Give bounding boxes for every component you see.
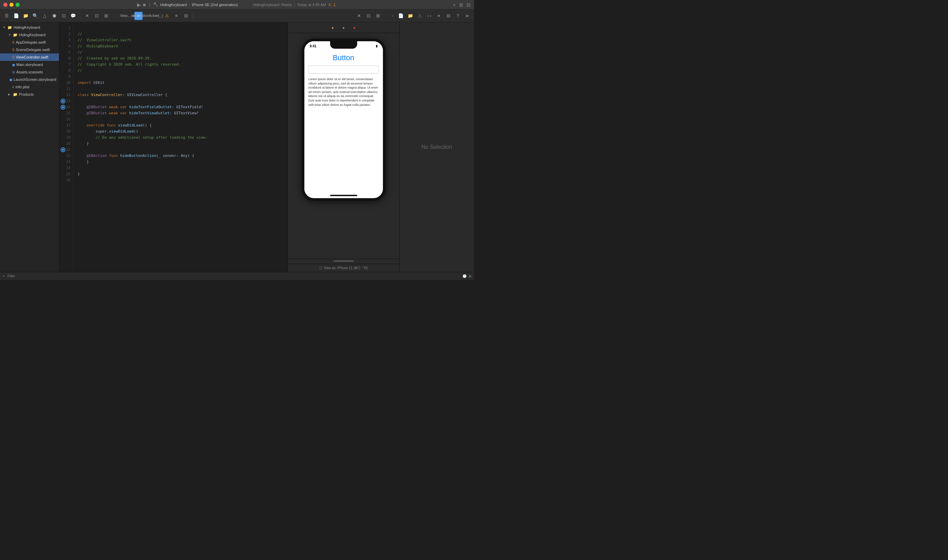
assets-icon: ⊞ (12, 70, 15, 74)
preview-panel: ● ● ● 9:41 ▮ Button Lorem ipsum dolor si… (288, 22, 400, 272)
split-icon[interactable]: ⊞ (459, 2, 463, 8)
preview-icon-3[interactable]: ● (351, 25, 358, 31)
chevron-down-icon-2: ▼ (8, 33, 11, 37)
chevron-down-icon: ▼ (3, 26, 6, 29)
storyboard-icon-2: ◼ (9, 78, 12, 82)
inspector-folder-icon[interactable]: 📁 (406, 12, 414, 20)
sidebar-item-hidingkeyboard-folder[interactable]: ▼ 📁 HidingKeyboard (0, 31, 59, 38)
close-button[interactable] (3, 3, 8, 7)
sidebar-item-viewcontroller[interactable]: S ViewController.swift (0, 54, 59, 61)
expand-editor-icon[interactable]: ⊡ (93, 12, 100, 20)
iphone-button-label[interactable]: Button (309, 54, 379, 62)
breakpoint-dot-13[interactable] (60, 99, 65, 103)
folder-icon[interactable]: 📁 (22, 12, 30, 20)
iphone-battery: ▮ (376, 44, 378, 48)
comment-icon[interactable]: 💬 (69, 12, 77, 20)
lines-icon[interactable]: ≡ (172, 12, 181, 20)
add-tab-icon[interactable]: + (453, 2, 456, 8)
view-as-checkbox[interactable]: ☐ (319, 266, 322, 270)
inspector-panel: No Selection (400, 22, 474, 272)
plist-icon: ≡ (12, 85, 14, 89)
sidebar-item-scenedelegate[interactable]: S SceneDelegate.swift (0, 46, 59, 54)
help-icon[interactable]: ? (454, 12, 462, 20)
preview-icon-2[interactable]: ● (340, 25, 347, 31)
clock-icon: 🕐 (463, 274, 466, 278)
code-area[interactable]: // // ViewController.swift // HidingKeyb… (74, 22, 287, 272)
bookmark-icon[interactable]: ⬟ (50, 12, 58, 20)
inspector-warning-icon[interactable]: ⚠ (416, 12, 424, 20)
sidebar-item-products[interactable]: ▶ 📁 Products (0, 91, 59, 98)
sidebar-item-assets[interactable]: ⊞ Assets.xcassets (0, 68, 59, 76)
sidebar-infoplist-label: Info.plist (15, 85, 29, 89)
storyboard-icon: ◼ (12, 63, 15, 67)
tile-icon[interactable]: ⊟ (466, 2, 471, 8)
grid-icon[interactable]: ⊞ (102, 12, 110, 20)
grid-bottom-icon[interactable]: ⊞ (469, 274, 471, 278)
preview-toolbar: ● ● ● (288, 22, 399, 33)
inspector-right-icon[interactable]: ⊳ (463, 12, 471, 20)
nav-back-icon[interactable]: ‹ (111, 13, 117, 18)
search-icon[interactable]: 🔍 (31, 12, 39, 20)
bottom-bar: + Filter 🕐 ⊞ (0, 272, 474, 280)
swift-file-icon-2: S (12, 48, 15, 52)
breakpoint-dot-21[interactable] (60, 148, 65, 152)
minimize-button[interactable] (9, 3, 14, 7)
preview-icon-1[interactable]: ● (329, 25, 336, 31)
sidebar-products-label: Products (19, 92, 34, 96)
editor-content: 1 2 3 4 5 6 7 8 9 10 11 12 13 14 (59, 22, 287, 272)
inspector-back-icon[interactable]: ‹ (383, 13, 389, 18)
inspector-close-icon[interactable]: ✕ (355, 12, 363, 20)
breakpoint-dot-14[interactable] (60, 105, 65, 109)
add-file-icon[interactable]: + (3, 274, 5, 278)
inspector-file-icon[interactable]: 📄 (397, 12, 405, 20)
status-text: HidingKeyboard: Ready (253, 3, 292, 7)
sidebar-viewcontroller-label: ViewController.swift (16, 55, 48, 59)
sidebar-toggle-icon[interactable]: ☰ (3, 12, 11, 20)
preview-scrollbar[interactable] (333, 260, 354, 262)
code-editor: 1 2 3 4 5 6 7 8 9 10 11 12 13 14 (59, 22, 288, 272)
warning-count: 1 (333, 3, 335, 7)
file-breadcrumb-icon[interactable]: View....swift (125, 12, 133, 20)
title-bar-actions: + ⊞ ⊟ (453, 2, 471, 8)
swift-file-icon: S (12, 41, 15, 44)
iphone-textfield[interactable] (309, 66, 379, 74)
toolbar: ☰ 📄 📁 🔍 △ ⬟ ⊡ 💬 ✕ ⊡ ⊞ ‹ › View....swift … (0, 9, 474, 22)
chevron-right-icon: ▶ (8, 93, 11, 96)
inspector-panel-icon[interactable]: ⊟ (444, 12, 452, 20)
sidebar-item-project[interactable]: ▼ 📁 HidingKeyboard (0, 24, 59, 31)
hide-icon[interactable]: ⊡ (60, 12, 68, 20)
iphone-lorem-text: Lorem ipsum dolor sit er elit lamet, con… (309, 77, 379, 107)
sidebar-item-appdelegate[interactable]: S AppDelegate.swift (0, 38, 59, 46)
inspector-grid-icon[interactable]: ⊞ (374, 12, 382, 20)
view-as-label: View as: iPhone 11 (⌘C ⌃R) (324, 266, 368, 270)
traffic-lights (3, 3, 20, 7)
warning-icon-toolbar[interactable]: ⚠ (163, 12, 171, 20)
iphone-screen: Button Lorem ipsum dolor sit er elit lam… (304, 51, 383, 191)
adjust-icon[interactable]: ⊟ (182, 12, 190, 20)
sidebar-item-infoplist[interactable]: ≡ Info.plist (0, 83, 59, 91)
inspector-expand-icon[interactable]: ⊡ (364, 12, 372, 20)
file-new-icon[interactable]: 📄 (12, 12, 20, 20)
stop-button[interactable]: ■ (143, 2, 145, 8)
inspector-nav-icon[interactable]: ‹ › (425, 12, 433, 20)
preview-bottom-bar: ☐ View as: iPhone 11 (⌘C ⌃R) (288, 264, 399, 272)
inspector-forward-icon[interactable]: › (390, 13, 395, 18)
close-editor-icon[interactable]: ✕ (83, 12, 91, 20)
nav-arrows-icon[interactable]: ‹ › (153, 12, 162, 20)
sidebar-item-launchscreen[interactable]: ◼ LaunchScreen.storyboard (0, 76, 59, 83)
sidebar-assets-label: Assets.xcassets (16, 70, 43, 74)
preview-content: 9:41 ▮ Button Lorem ipsum dolor sit er e… (288, 33, 399, 259)
run-button[interactable]: ▶ (137, 2, 141, 8)
warning-tool-icon[interactable]: △ (41, 12, 49, 20)
products-folder-icon: 📁 (13, 92, 18, 97)
toolbar-left: ☰ 📄 📁 🔍 △ ⬟ ⊡ 💬 (3, 12, 77, 20)
line-numbers: 1 2 3 4 5 6 7 8 9 10 11 12 13 14 (59, 22, 74, 272)
method-name[interactable]: hideButtonAction(_:) (144, 12, 152, 20)
filter-label[interactable]: Filter (8, 274, 15, 278)
maximize-button[interactable] (15, 3, 20, 7)
separator: | (294, 3, 295, 7)
sidebar-item-mainstoryboard[interactable]: ◼ Main.storyboard (0, 61, 59, 68)
inspector-lines-icon[interactable]: ≡ (435, 12, 443, 20)
folder-icon-2: 📁 (13, 33, 18, 37)
device-name: iPhone SE (2nd generation) (192, 3, 238, 7)
